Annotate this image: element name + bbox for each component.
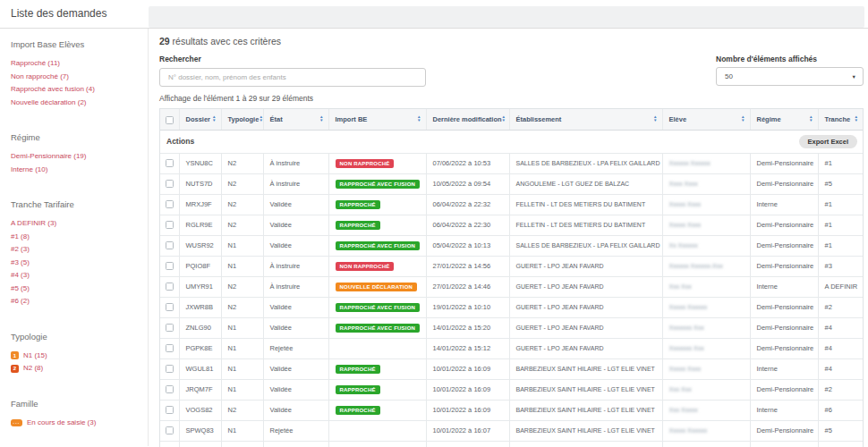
sidebar-section-typologie: Typologie1N1 (15)2N2 (8) <box>11 332 142 375</box>
row-checkbox[interactable] <box>166 283 174 291</box>
sidebar-filter-interne-10[interactable]: Interne (10) <box>11 164 142 177</box>
sidebar-filter-a-definir-3[interactable]: A DEFINIR (3) <box>11 217 142 231</box>
cell-dossier: SPWQ83 <box>179 420 221 441</box>
import-be-badge: RAPPROCHÉ <box>336 221 380 230</box>
column-header-derniere-modification[interactable]: Dernière modification▲▼ <box>426 109 509 130</box>
sidebar-filter-rapproche-avec-fusion-4[interactable]: Rapproché avec fusion (4) <box>11 83 142 97</box>
row-checkbox[interactable] <box>166 344 174 352</box>
row-checkbox[interactable] <box>166 159 174 167</box>
table-row: PQIO8FN1À instruireNON RAPPROCHÉ27/01/20… <box>160 256 863 276</box>
row-checkbox[interactable] <box>166 200 174 208</box>
table-row: JXWR8BN2ValidéeRAPPROCHÉ AVEC FUSION19/0… <box>160 297 863 317</box>
column-header-dossier[interactable]: Dossier▲▼ <box>179 109 221 130</box>
cell-derniere-modification: 14/01/2022 à 15:12 <box>426 338 509 358</box>
cell-derniere-modification: 05/04/2022 à 10:13 <box>426 235 509 256</box>
cell-dossier: ZNLG90 <box>179 317 221 338</box>
page-size-group: Nombre d'éléments affichés 50 ▼ <box>716 55 864 87</box>
search-group: Rechercher <box>159 55 426 87</box>
requests-table-wrap: Dossier▲▼Typologie▲▼État▲▼Import BE▲▼Der… <box>159 108 864 447</box>
column-header-select <box>160 109 179 130</box>
row-checkbox[interactable] <box>166 365 174 373</box>
filter-label: A DEFINIR (3) <box>11 217 56 231</box>
row-checkbox[interactable] <box>166 303 174 311</box>
cell-typologie: N1 <box>221 338 263 358</box>
sidebar-filter-4-3[interactable]: #4 (3) <box>11 269 142 283</box>
row-checkbox[interactable] <box>166 241 174 249</box>
column-header-tranche[interactable]: Tranche▲▼ <box>818 109 863 130</box>
cell-etat: Validée <box>263 379 328 400</box>
cell-tranche: #3 <box>818 256 863 276</box>
column-header-import-be[interactable]: Import BE▲▼ <box>328 109 426 130</box>
layout: Import Base ElèvesRapproché (11)Non rapp… <box>0 29 868 446</box>
sidebar-filter-en-cours-de-saisie-3[interactable]: ···En cours de saisie (3) <box>11 417 142 430</box>
cell-typologie: N2 <box>221 173 263 194</box>
export-excel-button[interactable]: Export Excel <box>799 135 857 148</box>
cell-dossier: NUTS7D <box>179 173 221 194</box>
cell-eleve: Xxxx Xxxx <box>662 173 750 194</box>
column-header-etablissement[interactable]: Établissement▲▼ <box>509 109 662 130</box>
sidebar-section-title: Famille <box>11 399 142 409</box>
row-checkbox[interactable] <box>166 221 174 229</box>
sidebar-filter-5-5[interactable]: #5 (5) <box>11 283 142 296</box>
column-header-eleve[interactable]: Elève▲▼ <box>662 109 750 130</box>
table-row: MRXJ9FN2ValidéeRAPPROCHÉ06/04/2022 à 22:… <box>160 194 863 215</box>
sidebar-filter-non-rapproche-7[interactable]: Non rapproché (7) <box>11 71 142 84</box>
table-head: Dossier▲▼Typologie▲▼État▲▼Import BE▲▼Der… <box>160 109 863 130</box>
eleve-redacted-name: Xxxxxx Xxxxxx <box>669 160 711 166</box>
sidebar-filter-n2-8[interactable]: 2N2 (8) <box>11 362 142 375</box>
cell-derniere-modification: 06/04/2022 à 22:30 <box>426 215 509 235</box>
sort-icon: ▲▼ <box>417 115 421 122</box>
cell-etablissement: SALLES DE BARBEZIEUX - LPA FELIX GAILLAR… <box>509 153 662 173</box>
cell-derniere-modification: 10/05/2022 à 09:54 <box>426 173 509 194</box>
cell-derniere-modification: 10/01/2022 à 16:09 <box>426 358 509 379</box>
column-header-etat[interactable]: État▲▼ <box>263 109 328 130</box>
table-row: PGPK8EN1Rejetée14/01/2022 à 15:12GUERET … <box>160 338 863 358</box>
row-checkbox[interactable] <box>166 324 174 332</box>
sidebar-filter-2-3[interactable]: #2 (3) <box>11 243 142 257</box>
import-be-badge: RAPPROCHÉ AVEC FUSION <box>336 241 421 250</box>
table-row: RGLR9EN2ValidéeRAPPROCHÉ06/04/2022 à 22:… <box>160 215 863 235</box>
search-label: Rechercher <box>159 55 426 63</box>
filter-label: Rapproché (11) <box>11 57 60 71</box>
import-be-badge: NOUVELLE DÉCLARATION <box>336 283 418 291</box>
cell-import-be: NON RAPPROCHÉ <box>328 153 426 173</box>
import-be-badge: RAPPROCHÉ AVEC FUSION <box>336 303 421 312</box>
cell-typologie: N1 <box>221 358 263 379</box>
column-header-label: Typologie <box>228 115 260 123</box>
search-input[interactable] <box>159 68 426 87</box>
cell-derniere-modification: 07/06/2022 à 10:53 <box>426 153 509 173</box>
cell-regime: Demi-Pensionnaire <box>750 317 818 338</box>
sidebar-section-regime: RégimeDemi-Pensionnaire (19)Interne (10) <box>11 132 142 176</box>
sidebar-filter-1-8[interactable]: #1 (8) <box>11 231 142 244</box>
cell-regime: Demi-Pensionnaire <box>750 420 818 441</box>
cell-regime: Demi-Pensionnaire <box>750 215 818 235</box>
select-all-checkbox[interactable] <box>166 116 174 124</box>
sidebar-filter-6-2[interactable]: #6 (2) <box>11 295 142 308</box>
sidebar-filter-3-5[interactable]: #3 (5) <box>11 257 142 270</box>
row-checkbox[interactable] <box>166 406 174 414</box>
sidebar-filter-n1-15[interactable]: 1N1 (15) <box>11 350 142 363</box>
page-title: Liste des demandes <box>11 7 106 20</box>
filter-label: #1 (8) <box>11 231 30 244</box>
sidebar-filter-demi-pensionnaire-19[interactable]: Demi-Pensionnaire (19) <box>11 150 142 164</box>
cell-dossier: VOGS82 <box>179 400 221 420</box>
row-checkbox[interactable] <box>166 180 174 188</box>
cell-import-be: NON RAPPROCHÉ <box>328 256 426 276</box>
cell-etablissement: GUERET - LPO JEAN FAVARD <box>509 256 662 276</box>
page-size-select[interactable]: 50 ▼ <box>716 67 864 86</box>
cell-dossier: RGLR9E <box>179 215 221 235</box>
sidebar-filter-nouvelle-declaration-2[interactable]: Nouvelle déclaration (2) <box>11 97 142 110</box>
sidebar-filter-rapproche-11[interactable]: Rapproché (11) <box>11 57 142 71</box>
cell-regime: Demi-Pensionnaire <box>750 235 818 256</box>
cell-etablissement: GUERET - LPO JEAN FAVARD <box>509 317 662 338</box>
cell-tranche: #2 <box>818 297 863 317</box>
top-band <box>149 6 864 28</box>
cell-regime: Demi-Pensionnaire <box>750 173 818 194</box>
column-header-regime[interactable]: Régime▲▼ <box>750 109 818 130</box>
cell-derniere-modification: 19/01/2022 à 10:10 <box>426 297 509 317</box>
row-checkbox[interactable] <box>166 385 174 393</box>
cell-import-be: RAPPROCHÉ <box>328 194 426 215</box>
row-checkbox[interactable] <box>166 262 174 270</box>
column-header-typologie[interactable]: Typologie▲▼ <box>221 109 263 130</box>
row-checkbox[interactable] <box>166 426 174 434</box>
